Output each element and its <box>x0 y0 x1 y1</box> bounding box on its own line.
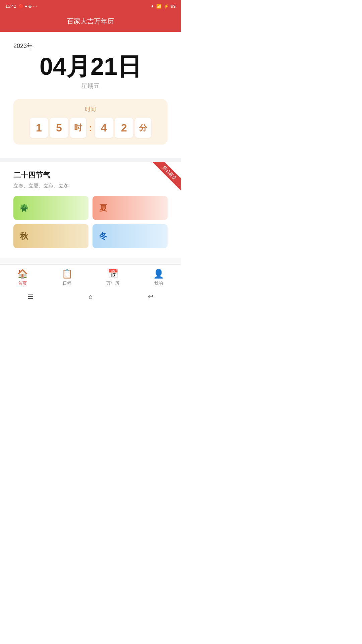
sys-menu-icon[interactable]: ☰ <box>27 292 34 301</box>
nav-home[interactable]: 🏠 首页 <box>17 269 28 286</box>
status-right: ✦ 📶 ⚡ 99 <box>150 4 176 9</box>
sys-home-icon[interactable]: ⌂ <box>88 293 93 301</box>
schedule-icon: 📋 <box>62 269 72 279</box>
battery-level: 99 <box>171 4 176 9</box>
season-spring[interactable]: 春 <box>13 196 88 220</box>
solar-section: 猜你喜欢 二十四节气 立春、立夏、立秋、立冬 春 夏 秋 冬 <box>0 162 181 258</box>
season-summer-label: 夏 <box>99 203 107 213</box>
app-title: 百家大吉万年历 <box>67 17 114 25</box>
sys-back-icon[interactable]: ↩ <box>148 292 154 301</box>
app-header: 百家大吉万年历 <box>0 12 181 32</box>
status-icons: 🔴 ♦ ⊕ ··· <box>18 4 37 9</box>
bottom-nav: 🏠 首页 📋 日程 📅 万年历 👤 我的 <box>0 264 181 289</box>
nav-profile[interactable]: 👤 我的 <box>153 269 164 286</box>
home-icon: 🏠 <box>17 269 28 279</box>
status-left: 15:42 🔴 ♦ ⊕ ··· <box>5 4 37 9</box>
min-digit-2: 2 <box>115 118 133 138</box>
bluetooth-icon: ✦ <box>150 4 154 9</box>
hour-digit-2: 5 <box>50 118 68 138</box>
time-digits: 1 5 时 : 4 2 分 <box>21 118 160 138</box>
weekday-label: 星期五 <box>13 82 168 90</box>
battery-icon: ⚡ <box>164 4 169 9</box>
year-label: 2023年 <box>13 42 168 50</box>
time-label: 时间 <box>21 106 160 113</box>
time-separator: : <box>88 122 93 133</box>
system-nav: ☰ ⌂ ↩ <box>0 289 181 305</box>
nav-schedule[interactable]: 📋 日程 <box>62 269 72 286</box>
hour-digit-1: 1 <box>30 118 48 138</box>
season-winter[interactable]: 冬 <box>93 224 168 248</box>
main-content: 2023年 04月21日 星期五 时间 1 5 时 : 4 2 分 <box>0 32 181 158</box>
min-digit-1: 4 <box>95 118 113 138</box>
min-unit: 分 <box>135 118 151 138</box>
profile-icon: 👤 <box>153 269 164 279</box>
ribbon-text: 猜你喜欢 <box>152 162 181 191</box>
solar-title: 二十四节气 <box>13 170 168 180</box>
date-display: 04月21日 <box>13 53 168 80</box>
nav-calendar[interactable]: 📅 万年历 <box>106 269 119 286</box>
bottom-section <box>0 258 181 264</box>
hour-unit: 时 <box>70 118 86 138</box>
season-grid: 春 夏 秋 冬 <box>13 196 168 248</box>
time-card: 时间 1 5 时 : 4 2 分 <box>13 99 168 145</box>
nav-schedule-label: 日程 <box>63 280 71 286</box>
wifi-icon: 📶 <box>156 4 162 9</box>
section-divider <box>0 158 181 162</box>
season-spring-label: 春 <box>20 203 28 213</box>
ribbon-badge: 猜你喜欢 <box>147 162 181 196</box>
nav-calendar-label: 万年历 <box>106 280 119 286</box>
season-autumn-label: 秋 <box>20 231 28 241</box>
status-time: 15:42 <box>5 4 16 9</box>
calendar-icon: 📅 <box>108 269 118 279</box>
season-summer[interactable]: 夏 <box>93 196 168 220</box>
nav-profile-label: 我的 <box>154 280 163 286</box>
nav-home-label: 首页 <box>18 280 27 286</box>
season-winter-label: 冬 <box>99 231 107 241</box>
season-autumn[interactable]: 秋 <box>13 224 88 248</box>
status-bar: 15:42 🔴 ♦ ⊕ ··· ✦ 📶 ⚡ 99 <box>0 0 181 12</box>
solar-subtitle: 立春、立夏、立秋、立冬 <box>13 183 168 189</box>
